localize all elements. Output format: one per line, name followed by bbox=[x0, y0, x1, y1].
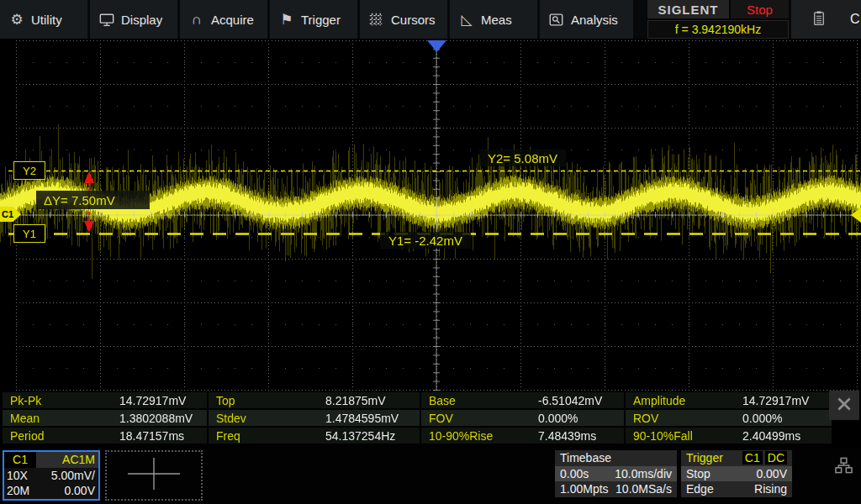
display-icon bbox=[99, 13, 114, 27]
frequency-counter: f = 3.942190kHz bbox=[647, 20, 789, 39]
measurement-cell: Top8.21875mV bbox=[209, 392, 420, 408]
trigger-flag-icon: ⚑ bbox=[279, 13, 294, 27]
menu-bar: ⚙ Utility Display ∩ Acquire ⚑ Trigger bbox=[0, 0, 861, 39]
menu-analysis-label: Analysis bbox=[571, 13, 618, 27]
menu-acquire[interactable]: ∩ Acquire bbox=[180, 0, 267, 39]
gear-icon: ⚙ bbox=[9, 13, 24, 27]
channel-bandwidth: 20M bbox=[7, 484, 29, 497]
network-icon[interactable] bbox=[835, 457, 853, 477]
timebase-descriptor[interactable]: Timebase 0.00s 10.0ms/div 1.00Mpts 10.0M… bbox=[555, 450, 677, 497]
menu-utility-label: Utility bbox=[31, 13, 62, 27]
measure-ruler-icon: ◺ bbox=[459, 13, 474, 27]
menu-acquire-label: Acquire bbox=[211, 13, 254, 27]
measurement-table: Pk-Pk14.72917mV Top8.21875mV Base-6.5104… bbox=[3, 392, 828, 444]
measurement-close-button[interactable] bbox=[829, 391, 859, 420]
acquire-icon: ∩ bbox=[189, 13, 204, 27]
measurement-cell: ROV0.000% bbox=[626, 410, 832, 426]
trigger-source: C1 bbox=[742, 451, 763, 465]
channel-probe: 10X bbox=[7, 469, 28, 482]
cursors-grid-icon bbox=[369, 13, 384, 26]
trigger-level: 0.00V bbox=[756, 467, 787, 480]
trigger-slope: Rising bbox=[754, 482, 787, 496]
measurement-cell: Amplitude14.72917mV bbox=[626, 392, 832, 408]
brand-logo: SIGLENT bbox=[647, 0, 729, 18]
menu-display-label: Display bbox=[121, 13, 162, 27]
timebase-samplerate: 10.0MSa/s bbox=[615, 482, 672, 496]
measurement-cell: Freq54.137254Hz bbox=[209, 428, 420, 444]
clipboard-icon bbox=[813, 10, 825, 29]
acquisition-status-box: SIGLENT Stop f = 3.942190kHz bbox=[647, 0, 789, 39]
measurement-cell: Base-6.51042mV bbox=[421, 392, 624, 408]
cursor-y2-readout: Y2= 5.08mV bbox=[479, 150, 566, 166]
timebase-points: 1.00Mpts bbox=[560, 482, 609, 496]
analysis-icon bbox=[549, 13, 564, 27]
measurement-cell: Period18.47157ms bbox=[3, 428, 207, 444]
menu-meas[interactable]: ◺ Meas bbox=[450, 0, 537, 39]
trigger-descriptor[interactable]: Trigger C1 DC Stop 0.00V Edge Rising bbox=[681, 450, 792, 497]
cursor-delta-readout: ΔY= 7.50mV bbox=[36, 191, 150, 209]
trigger-coupling: DC bbox=[765, 451, 787, 465]
measurement-cell: 90-10%Fall2.40499ms bbox=[626, 428, 832, 444]
channel-1-descriptor[interactable]: C1 AC1M 10X 5.00mV/ 20M 0.00V bbox=[3, 450, 100, 501]
close-icon bbox=[835, 395, 853, 417]
menu-cursors[interactable]: Cursors bbox=[360, 0, 447, 39]
menu-trigger-label: Trigger bbox=[301, 13, 341, 27]
trigger-title: Trigger bbox=[686, 451, 723, 465]
channel-offset: 0.00V bbox=[64, 484, 95, 497]
timebase-delay: 0.00s bbox=[560, 467, 589, 480]
menu-meas-label: Meas bbox=[481, 13, 512, 27]
cursor-y1-readout: Y1= -2.42mV bbox=[380, 232, 471, 249]
measurement-cell: Stdev1.4784595mV bbox=[209, 410, 420, 426]
acquisition-status[interactable]: Stop bbox=[731, 0, 789, 18]
cursor-y1-handle[interactable]: Y1 bbox=[13, 224, 45, 243]
trigger-mode: Edge bbox=[686, 482, 714, 496]
measurement-cell: 10-90%Rise7.48439ms bbox=[421, 428, 624, 444]
cursors-panel-header[interactable]: CURSORS bbox=[791, 0, 861, 39]
panel-title: CURSORS bbox=[850, 12, 861, 27]
channel-coupling: AC1M bbox=[36, 452, 98, 468]
menu-analysis[interactable]: Analysis bbox=[540, 0, 633, 39]
add-channel-button[interactable] bbox=[105, 450, 203, 501]
plus-icon bbox=[126, 458, 182, 493]
menu-cursors-label: Cursors bbox=[391, 13, 436, 27]
measurement-cell: Pk-Pk14.72917mV bbox=[3, 392, 207, 408]
menu-utility[interactable]: ⚙ Utility bbox=[0, 0, 87, 39]
measurement-cell: FOV0.000% bbox=[421, 410, 624, 426]
menu-display[interactable]: Display bbox=[90, 0, 177, 39]
channel-name: C1 bbox=[4, 452, 36, 468]
trigger-status: Stop bbox=[686, 467, 710, 480]
cursor-y2-handle[interactable]: Y2 bbox=[13, 161, 45, 180]
timebase-scale: 10.0ms/div bbox=[615, 467, 672, 480]
timebase-title: Timebase bbox=[560, 451, 611, 465]
measurement-cell: Mean1.3802088mV bbox=[3, 410, 207, 426]
status-bar: C1 AC1M 10X 5.00mV/ 20M 0.00V Timebase 0… bbox=[0, 448, 861, 504]
channel-vdiv: 5.00mV/ bbox=[51, 469, 95, 482]
oscilloscope-screen: Y2 Y1 ΔY= 7.50mV Y2= 5.08mV Y1= -2.42mV … bbox=[0, 0, 861, 504]
menu-trigger[interactable]: ⚑ Trigger bbox=[270, 0, 357, 39]
